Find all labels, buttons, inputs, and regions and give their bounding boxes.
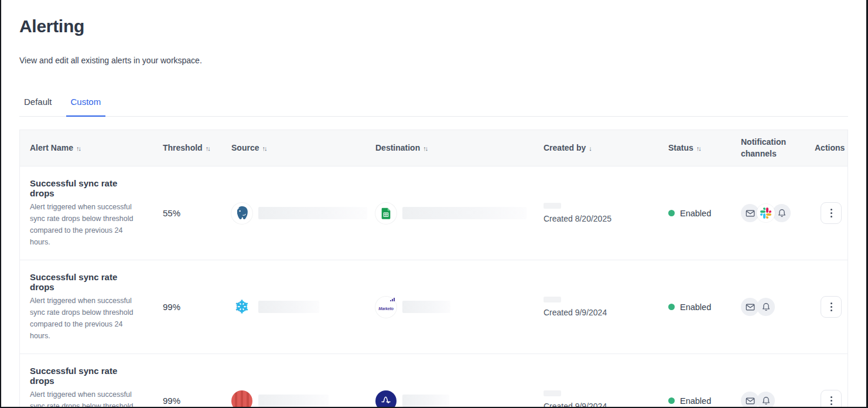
status-badge: Enabled <box>680 396 711 406</box>
marketo-icon: Marketo <box>375 297 397 318</box>
tab-custom[interactable]: Custom <box>66 92 106 117</box>
column-label: Source <box>231 143 259 152</box>
red-striped-source-icon <box>231 390 252 408</box>
redacted-source-name <box>258 207 367 219</box>
table-row: Successful sync rate drops Alert trigger… <box>20 354 848 408</box>
created-by-cell: Created 9/9/2024 <box>544 297 668 317</box>
column-header-alert-name[interactable]: Alert Name↑↓ <box>20 142 163 154</box>
created-date: Created 9/9/2024 <box>544 308 668 317</box>
status-cell: Enabled <box>668 396 741 406</box>
bell-icon <box>773 204 791 222</box>
redacted-destination-name <box>402 207 527 219</box>
actions-cell <box>815 296 848 318</box>
column-header-threshold[interactable]: Threshold↑↓ <box>163 142 231 154</box>
threshold-value: 55% <box>163 208 231 218</box>
column-header-status[interactable]: Status↑↓ <box>668 142 741 154</box>
redacted-creator-name <box>544 390 561 396</box>
google-sheets-icon <box>375 203 397 224</box>
actions-cell <box>815 390 848 408</box>
column-label: Notification channels <box>741 137 786 158</box>
actions-cell <box>815 202 848 224</box>
status-dot <box>668 304 675 310</box>
column-label: Alert Name <box>30 143 73 152</box>
source-cell <box>231 390 375 408</box>
column-header-actions: Actions <box>815 142 849 154</box>
table-row: Successful sync rate drops Alert trigger… <box>20 260 848 354</box>
source-cell <box>231 203 375 224</box>
row-actions-menu-button[interactable] <box>821 390 842 408</box>
status-dot <box>668 397 675 404</box>
alert-name-cell: Successful sync rate drops Alert trigger… <box>20 354 163 408</box>
alerts-table: Alert Name↑↓ Threshold↑↓ Source↑↓ Destin… <box>19 130 848 408</box>
sort-icon: ↑↓ <box>423 145 427 152</box>
alert-name-cell: Successful sync rate drops Alert trigger… <box>20 166 163 260</box>
column-label: Actions <box>815 143 845 152</box>
destination-cell <box>375 390 544 408</box>
page-title: Alerting <box>19 16 848 36</box>
destination-cell <box>375 203 544 224</box>
table-header-row: Alert Name↑↓ Threshold↑↓ Source↑↓ Destin… <box>20 130 848 166</box>
alert-name-cell: Successful sync rate drops Alert trigger… <box>20 260 163 353</box>
redacted-destination-name <box>402 301 450 313</box>
tab-bar: Default Custom <box>19 92 848 117</box>
snowflake-icon: ❄ <box>231 297 252 318</box>
marketo-bars <box>390 298 395 301</box>
redacted-creator-name <box>544 203 561 209</box>
sort-icon: ↑↓ <box>206 145 210 152</box>
column-label: Threshold <box>163 143 203 152</box>
redacted-source-name <box>258 301 319 313</box>
status-cell: Enabled <box>668 302 741 312</box>
page-subtitle: View and edit all existing alerts in you… <box>19 56 848 65</box>
column-label: Created by <box>544 143 586 152</box>
column-header-destination[interactable]: Destination↑↓ <box>375 142 544 154</box>
status-dot <box>668 210 675 216</box>
destination-cell: Marketo <box>375 297 544 318</box>
status-badge: Enabled <box>680 302 711 312</box>
column-header-source[interactable]: Source↑↓ <box>231 142 375 154</box>
column-header-created-by[interactable]: Created by↓ <box>544 142 668 154</box>
created-by-cell: Created 8/20/2025 <box>544 203 668 223</box>
postgresql-icon <box>231 203 252 224</box>
redacted-creator-name <box>544 297 561 302</box>
column-label: Destination <box>375 143 420 152</box>
created-date: Created 9/9/2024 <box>544 402 668 408</box>
redacted-source-name <box>258 395 329 407</box>
row-actions-menu-button[interactable] <box>821 296 842 318</box>
sort-icon: ↑↓ <box>696 145 700 152</box>
row-actions-menu-button[interactable] <box>821 202 842 224</box>
alert-description: Alert triggered when successful sync rat… <box>30 295 139 342</box>
alert-name: Successful sync rate drops <box>30 366 139 386</box>
created-date: Created 8/20/2025 <box>544 214 668 223</box>
table-row: Successful sync rate drops Alert trigger… <box>20 166 848 260</box>
redacted-destination-name <box>402 395 449 407</box>
slack-icon <box>757 204 775 222</box>
sort-icon: ↑↓ <box>262 145 266 152</box>
notification-channels-cell <box>741 298 815 316</box>
column-label: Status <box>668 143 693 152</box>
threshold-value: 99% <box>163 302 231 312</box>
sort-desc-icon: ↓ <box>589 145 591 152</box>
alerting-page: Alerting View and edit all existing aler… <box>1 0 866 408</box>
notification-channels-cell <box>741 392 815 408</box>
alert-description: Alert triggered when successful sync rat… <box>30 389 139 408</box>
alert-name: Successful sync rate drops <box>30 178 139 198</box>
status-cell: Enabled <box>668 209 741 218</box>
bell-icon <box>757 298 775 316</box>
alert-description: Alert triggered when successful sync rat… <box>30 201 139 248</box>
sort-icon: ↑↓ <box>76 145 80 152</box>
created-by-cell: Created 9/9/2024 <box>544 390 668 408</box>
amplitude-icon <box>375 390 397 408</box>
tab-default[interactable]: Default <box>19 92 57 116</box>
bell-icon <box>757 392 775 408</box>
status-badge: Enabled <box>680 209 711 218</box>
notification-channels-cell <box>741 204 815 222</box>
alert-name: Successful sync rate drops <box>30 272 139 292</box>
threshold-value: 99% <box>163 396 231 406</box>
column-header-notification-channels: Notification channels <box>741 137 795 159</box>
source-cell: ❄ <box>231 297 375 318</box>
